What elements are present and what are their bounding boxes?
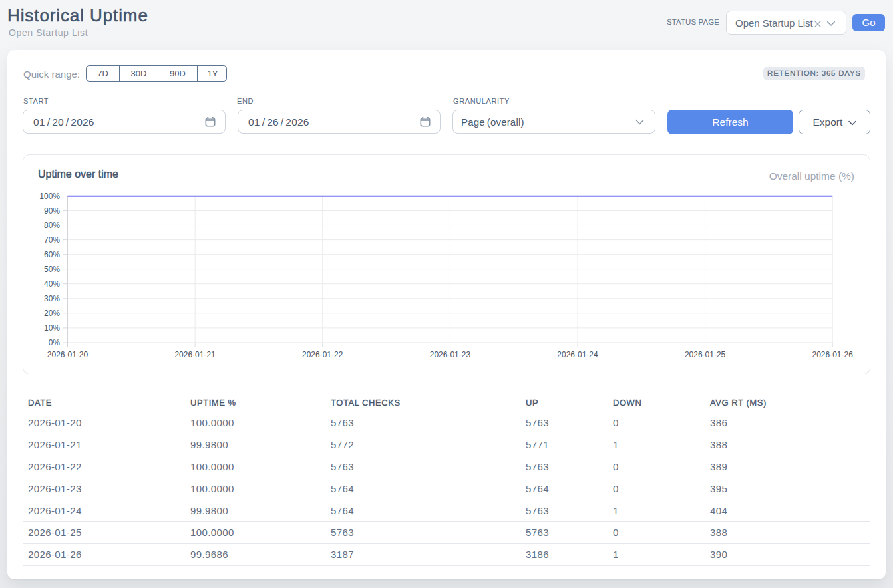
svg-text:30%: 30% — [44, 294, 60, 303]
svg-text:2026-01-24: 2026-01-24 — [557, 350, 598, 359]
svg-text:40%: 40% — [44, 279, 60, 289]
svg-text:2026-01-21: 2026-01-21 — [174, 350, 216, 359]
svg-text:2026-01-23: 2026-01-23 — [430, 350, 471, 359]
svg-text:0%: 0% — [49, 338, 61, 347]
svg-text:70%: 70% — [44, 235, 60, 245]
svg-text:2026-01-20: 2026-01-20 — [47, 350, 89, 359]
svg-text:2026-01-25: 2026-01-25 — [685, 350, 726, 359]
svg-text:60%: 60% — [44, 250, 60, 259]
svg-text:80%: 80% — [44, 221, 60, 230]
svg-text:2026-01-26: 2026-01-26 — [812, 350, 854, 359]
svg-text:20%: 20% — [44, 309, 60, 318]
svg-text:10%: 10% — [44, 323, 60, 333]
svg-text:100%: 100% — [39, 192, 60, 201]
svg-text:50%: 50% — [44, 265, 60, 274]
svg-text:2026-01-22: 2026-01-22 — [302, 350, 343, 359]
svg-text:90%: 90% — [44, 206, 60, 216]
